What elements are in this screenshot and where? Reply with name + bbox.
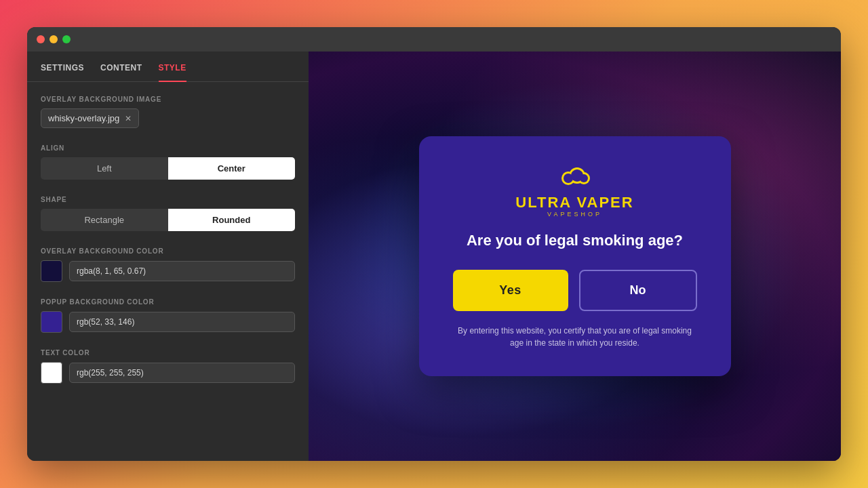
shape-rectangle-button[interactable]: Rectangle [41, 209, 168, 231]
tab-bar: SETTINGS CONTENT STYLE [27, 52, 309, 82]
window-body: SETTINGS CONTENT STYLE OVERLAY BACKGROUN… [27, 52, 841, 461]
panel-content: OVERLAY BACKGROUND IMAGE whisky-overlay.… [27, 82, 309, 413]
traffic-lights [37, 35, 71, 43]
tab-content[interactable]: CONTENT [100, 52, 142, 82]
popup-buttons: Yes No [453, 270, 697, 311]
logo-area: ULTRA VAPER VAPESHOP [453, 163, 697, 218]
shape-group: SHAPE Rectangle Rounded [41, 196, 295, 231]
popup-bg-color-label: POPUP BACKGROUND COLOR [41, 298, 295, 306]
overlay-bg-color-swatch[interactable] [41, 260, 62, 282]
shape-label: SHAPE [41, 196, 295, 203]
minimize-button[interactable] [50, 35, 58, 43]
overlay-bg-image-label: OVERLAY BACKGROUND IMAGE [41, 96, 295, 103]
remove-file-icon[interactable]: ✕ [125, 114, 132, 123]
overlay-bg-image-group: OVERLAY BACKGROUND IMAGE whisky-overlay.… [41, 96, 295, 128]
no-button[interactable]: No [579, 270, 697, 311]
overlay-bg-color-value[interactable]: rgba(8, 1, 65, 0.67) [69, 261, 295, 281]
overlay-bg-image-input[interactable]: whisky-overlay.jpg ✕ [41, 108, 139, 128]
text-color-swatch[interactable] [41, 362, 62, 384]
titlebar [27, 27, 841, 52]
tab-style[interactable]: STYLE [159, 52, 186, 82]
brand-name: ULTRA VAPER [453, 195, 697, 211]
popup-bg-color-swatch[interactable] [41, 311, 62, 333]
yes-button[interactable]: Yes [453, 270, 568, 311]
svg-point-5 [580, 174, 588, 182]
popup-bg-color-field: rgb(52, 33, 146) [41, 311, 295, 333]
shape-toggle-group: Rectangle Rounded [41, 209, 295, 231]
popup-disclaimer: By entering this website, you certify th… [453, 325, 697, 349]
app-window: SETTINGS CONTENT STYLE OVERLAY BACKGROUN… [27, 27, 841, 461]
overlay-bg-color-field: rgba(8, 1, 65, 0.67) [41, 260, 295, 282]
preview-panel: ULTRA VAPER VAPESHOP Are you of legal sm… [309, 52, 841, 461]
brand-sub: VAPESHOP [453, 211, 697, 218]
shape-rounded-button[interactable]: Rounded [168, 209, 296, 231]
align-left-button[interactable]: Left [41, 157, 168, 180]
align-toggle-group: Left Center [41, 157, 295, 180]
overlay-bg-color-label: OVERLAY BACKGROUND COLOR [41, 247, 295, 255]
align-label: ALIGN [41, 144, 295, 152]
brand-logo-icon [558, 163, 592, 190]
text-color-label: TEXT COLOR [41, 349, 295, 357]
age-verification-popup: ULTRA VAPER VAPESHOP Are you of legal sm… [419, 136, 731, 376]
popup-bg-color-group: POPUP BACKGROUND COLOR rgb(52, 33, 146) [41, 298, 295, 333]
text-color-value[interactable]: rgb(255, 255, 255) [69, 363, 295, 383]
popup-question: Are you of legal smoking age? [453, 231, 697, 251]
text-color-field: rgb(255, 255, 255) [41, 362, 295, 384]
text-color-group: TEXT COLOR rgb(255, 255, 255) [41, 349, 295, 384]
maximize-button[interactable] [62, 35, 71, 43]
tab-settings[interactable]: SETTINGS [41, 52, 84, 82]
align-group: ALIGN Left Center [41, 144, 295, 180]
close-button[interactable] [37, 35, 45, 43]
left-panel: SETTINGS CONTENT STYLE OVERLAY BACKGROUN… [27, 52, 309, 461]
popup-bg-color-value[interactable]: rgb(52, 33, 146) [69, 312, 295, 332]
align-center-button[interactable]: Center [168, 157, 296, 180]
overlay-bg-image-value: whisky-overlay.jpg [48, 113, 119, 123]
overlay-bg-color-group: OVERLAY BACKGROUND COLOR rgba(8, 1, 65, … [41, 247, 295, 282]
